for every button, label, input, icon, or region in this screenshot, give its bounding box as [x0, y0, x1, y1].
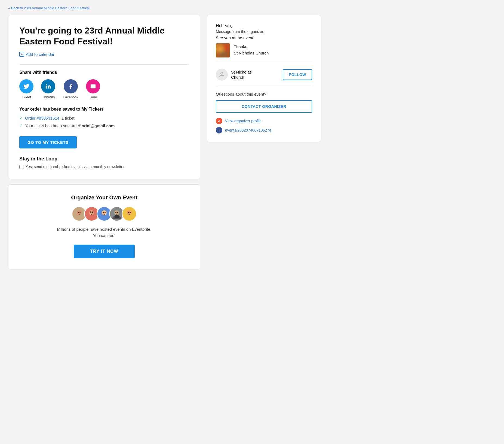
svg-point-21: [128, 212, 129, 213]
right-divider-2: [216, 86, 312, 86]
organize-card: Organize Your Own Event: [8, 184, 200, 269]
organizer-image-area: Thanks, St Nicholas Church: [216, 43, 312, 57]
social-buttons: Tweet LinkedIn: [19, 79, 189, 99]
view-organizer-profile-link[interactable]: e View organizer profile: [216, 118, 312, 124]
svg-point-0: [46, 84, 47, 85]
organizer-name-text: St NicholasChurch: [231, 69, 252, 80]
try-it-now-button[interactable]: TRY IT NOW: [74, 245, 134, 258]
email-label: Email: [89, 95, 98, 99]
greeting-text: Hi Leah,: [216, 23, 312, 28]
svg-point-22: [130, 212, 131, 213]
avatar-row: [19, 206, 189, 221]
organize-title: Organize Your Own Event: [19, 194, 189, 201]
svg-point-23: [221, 72, 223, 74]
follow-button[interactable]: FOLLOW: [283, 69, 312, 80]
svg-point-12: [103, 212, 104, 213]
newsletter-label[interactable]: Yes, send me hand-picked events via a mo…: [19, 165, 189, 169]
newsletter-checkbox-label: Yes, send me hand-picked events via a mo…: [26, 165, 125, 169]
see-you-text: See you at the event!: [216, 35, 312, 40]
check-icon-2: ✓: [19, 123, 23, 128]
view-profile-label: View organizer profile: [225, 119, 262, 123]
ticket-email: lrfiorini@gmail.com: [76, 123, 115, 128]
facebook-label: Facebook: [63, 95, 78, 99]
svg-point-9: [92, 212, 93, 213]
email-icon: [86, 79, 100, 93]
facebook-icon-link: f: [216, 127, 222, 133]
organize-description: Millions of people have hosted events on…: [19, 226, 189, 239]
newsletter-section: Stay in the Loop Yes, send me hand-picke…: [19, 156, 189, 169]
facebook-events-link[interactable]: f events/2032074067106274: [216, 127, 312, 133]
contact-organizer-button[interactable]: CONTACT ORGANIZER: [216, 100, 312, 113]
svg-point-5: [79, 212, 81, 213]
confirmation-title: You're going to 23rd Annual Middle Easte…: [19, 25, 189, 47]
linkedin-label: LinkedIn: [41, 95, 55, 99]
organizer-row: St NicholasChurch FOLLOW: [216, 69, 312, 81]
ticket-count: 1 ticket: [62, 116, 75, 120]
svg-rect-18: [115, 215, 119, 218]
tweet-button[interactable]: Tweet: [19, 79, 33, 99]
linkedin-icon: [41, 79, 55, 93]
svg-point-8: [90, 212, 91, 213]
message-from-label: Message from the organizer:: [216, 29, 312, 34]
facebook-button[interactable]: Facebook: [63, 79, 78, 99]
order-link[interactable]: Order #830531514: [25, 116, 59, 120]
facebook-link-text: events/2032074067106274: [225, 128, 271, 132]
divider-1: [19, 64, 189, 65]
go-to-tickets-button[interactable]: GO TO MY TICKETS: [19, 136, 77, 148]
org-avatar: [216, 69, 228, 81]
add-to-calendar-label: Add to calendar: [26, 52, 54, 57]
eventbrite-icon: e: [216, 118, 222, 124]
svg-point-6: [87, 215, 96, 219]
svg-point-17: [117, 212, 118, 213]
linkedin-button[interactable]: LinkedIn: [41, 79, 55, 99]
order-section-title: Your order has been saved to My Tickets: [19, 107, 189, 112]
org-info: St NicholasChurch: [216, 69, 283, 81]
check-icon-1: ✓: [19, 115, 23, 120]
main-layout: You're going to 23rd Annual Middle Easte…: [8, 15, 321, 269]
right-column: Hi Leah, Message from the organizer: See…: [207, 15, 321, 142]
facebook-icon: [64, 79, 78, 93]
newsletter-title: Stay in the Loop: [19, 156, 189, 162]
right-card: Hi Leah, Message from the organizer: See…: [207, 15, 321, 142]
left-column: You're going to 23rd Annual Middle Easte…: [8, 15, 200, 269]
order-check-item: ✓ Order #830531514 1 ticket: [19, 115, 189, 120]
calendar-icon: +: [19, 52, 24, 57]
organizer-message: Thanks, St Nicholas Church: [234, 43, 269, 56]
questions-label: Questions about this event?: [216, 92, 312, 96]
svg-point-19: [125, 215, 134, 219]
svg-point-10: [100, 215, 109, 219]
svg-point-4: [78, 212, 79, 213]
tweet-label: Tweet: [22, 95, 31, 99]
right-divider-1: [216, 63, 312, 63]
svg-point-2: [75, 215, 84, 219]
ticket-sent-item: ✓ Your ticket has been sent to lrfiorini…: [19, 123, 189, 128]
confirmation-card: You're going to 23rd Annual Middle Easte…: [8, 15, 200, 179]
svg-point-16: [115, 212, 116, 213]
organizer-event-image: [216, 43, 230, 57]
add-to-calendar-link[interactable]: + Add to calendar: [19, 52, 189, 57]
share-section-title: Share with friends: [19, 70, 189, 75]
twitter-icon: [19, 79, 33, 93]
email-button[interactable]: Email: [86, 79, 100, 99]
svg-point-13: [105, 212, 106, 213]
newsletter-checkbox[interactable]: [19, 165, 23, 169]
profile-links: e View organizer profile f events/203207…: [216, 118, 312, 133]
avatar-5: [122, 206, 137, 221]
ticket-sent-text: Your ticket has been sent to lrfiorini@g…: [25, 123, 115, 128]
back-link[interactable]: « Back to 23rd Annual Middle Eastern Foo…: [8, 6, 90, 10]
